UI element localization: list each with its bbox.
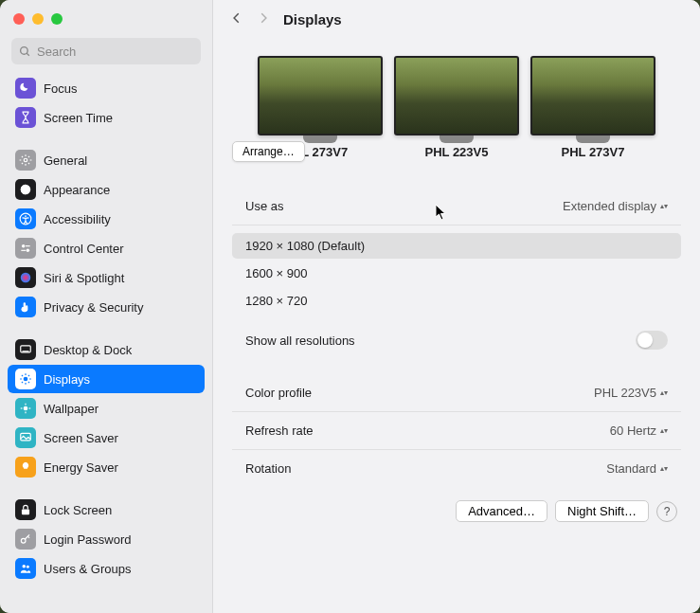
sidebar-item-displays[interactable]: Displays bbox=[8, 365, 205, 393]
use-as-value: Extended display ▴▾ bbox=[563, 199, 668, 213]
svg-point-2 bbox=[24, 158, 27, 162]
svg-line-1 bbox=[27, 53, 29, 56]
accessibility-icon bbox=[15, 208, 36, 229]
chevron-updown-icon: ▴▾ bbox=[660, 204, 668, 208]
resolution-option[interactable]: 1600 × 900 bbox=[232, 261, 681, 286]
svg-point-5 bbox=[25, 215, 27, 217]
sidebar-item-appearance[interactable]: Appearance bbox=[8, 175, 205, 204]
sidebar-item-label: Screen Saver bbox=[44, 431, 118, 445]
sidebar-item-label: Siri & Spotlight bbox=[44, 271, 124, 285]
monitor-thumbnail[interactable]: PHL 223V5 bbox=[394, 56, 519, 159]
monitor-screen-icon bbox=[394, 56, 519, 135]
header: Displays bbox=[213, 0, 700, 39]
zoom-window-button[interactable] bbox=[51, 13, 63, 25]
chevron-updown-icon: ▴▾ bbox=[660, 428, 668, 433]
hourglass-icon bbox=[15, 107, 36, 128]
svg-point-6 bbox=[22, 244, 26, 248]
sidebar-item-lock-screen[interactable]: Lock Screen bbox=[8, 496, 205, 524]
refresh-rate-label: Refresh rate bbox=[245, 424, 314, 438]
dock-icon bbox=[15, 339, 36, 360]
monitor-label: PHL 273V7 bbox=[562, 145, 625, 159]
show-all-resolutions-row: Show all resolutions bbox=[232, 319, 681, 361]
close-window-button[interactable] bbox=[13, 13, 25, 25]
sidebar-item-label: Wallpaper bbox=[44, 402, 99, 416]
appearance-icon bbox=[15, 179, 36, 200]
use-as-row[interactable]: Use as Extended display ▴▾ bbox=[232, 188, 681, 225]
show-all-resolutions-toggle[interactable] bbox=[636, 331, 668, 350]
advanced-button[interactable]: Advanced… bbox=[456, 500, 547, 522]
sidebar-item-label: Lock Screen bbox=[44, 503, 112, 517]
sidebar-item-label: General bbox=[44, 153, 87, 168]
sidebar-item-accessibility[interactable]: Accessibility bbox=[8, 205, 205, 233]
sidebar-item-label: Focus bbox=[44, 81, 77, 96]
search-placeholder: Search bbox=[37, 45, 76, 59]
sidebar-item-desktop-dock[interactable]: Desktop & Dock bbox=[8, 335, 205, 364]
siri-icon bbox=[15, 267, 36, 288]
chevron-updown-icon: ▴▾ bbox=[660, 466, 668, 471]
sidebar-nav: FocusScreen TimeGeneralAppearanceAccessi… bbox=[0, 74, 212, 613]
screensaver-icon bbox=[15, 427, 36, 448]
gear-icon bbox=[15, 150, 36, 171]
sidebar-item-label: Displays bbox=[44, 372, 90, 387]
monitor-thumbnail[interactable]: PHL 273V7 bbox=[530, 56, 655, 159]
svg-rect-12 bbox=[23, 351, 29, 352]
svg-point-10 bbox=[21, 273, 31, 283]
resolution-option[interactable]: 1920 × 1080 (Default) bbox=[232, 233, 681, 259]
resolution-list: 1920 × 1080 (Default)1600 × 9001280 × 72… bbox=[232, 225, 681, 319]
svg-point-30 bbox=[23, 565, 27, 568]
sidebar-item-focus[interactable]: Focus bbox=[8, 74, 205, 102]
main-panel: Displays Arrange… HL 273V7PHL 223V5PHL 2… bbox=[213, 0, 700, 613]
minimize-window-button[interactable] bbox=[32, 13, 44, 25]
sidebar: Search FocusScreen TimeGeneralAppearance… bbox=[0, 0, 213, 613]
sidebar-item-label: Users & Groups bbox=[44, 562, 131, 576]
brightness-icon bbox=[15, 369, 36, 389]
rotation-row[interactable]: Rotation Standard▴▾ bbox=[232, 450, 681, 487]
window-controls bbox=[0, 0, 212, 34]
sidebar-item-login-password[interactable]: Login Password bbox=[8, 525, 205, 553]
night-shift-button[interactable]: Night Shift… bbox=[555, 500, 649, 522]
settings-block-use-as: Use as Extended display ▴▾ 1920 × 1080 (… bbox=[232, 188, 681, 361]
resolution-option[interactable]: 1280 × 720 bbox=[232, 288, 681, 314]
search-input[interactable]: Search bbox=[11, 38, 201, 64]
wallpaper-icon bbox=[15, 398, 36, 419]
svg-point-13 bbox=[24, 377, 28, 382]
color-profile-label: Color profile bbox=[245, 386, 312, 400]
sidebar-item-screen-saver[interactable]: Screen Saver bbox=[8, 424, 205, 452]
sidebar-item-label: Energy Saver bbox=[44, 460, 118, 475]
sidebar-item-label: Screen Time bbox=[44, 111, 113, 125]
help-button[interactable]: ? bbox=[656, 501, 677, 522]
settings-window: Search FocusScreen TimeGeneralAppearance… bbox=[0, 0, 700, 613]
moon-icon bbox=[15, 78, 36, 99]
sidebar-item-control-center[interactable]: Control Center bbox=[8, 234, 205, 262]
color-profile-row[interactable]: Color profile PHL 223V5▴▾ bbox=[232, 374, 681, 412]
content: Arrange… HL 273V7PHL 223V5PHL 273V7 Use … bbox=[213, 39, 700, 613]
svg-line-20 bbox=[22, 382, 23, 383]
sidebar-item-energy-saver[interactable]: Energy Saver bbox=[8, 453, 205, 481]
settings-block-display-props: Color profile PHL 223V5▴▾ Refresh rate 6… bbox=[232, 374, 681, 487]
svg-line-19 bbox=[28, 382, 29, 383]
svg-point-8 bbox=[27, 249, 29, 253]
back-button[interactable] bbox=[230, 11, 243, 27]
svg-rect-28 bbox=[22, 509, 29, 514]
monitor-screen-icon bbox=[530, 56, 655, 135]
refresh-rate-row[interactable]: Refresh rate 60 Hertz▴▾ bbox=[232, 412, 681, 450]
forward-button[interactable] bbox=[257, 11, 270, 27]
sidebar-item-label: Desktop & Dock bbox=[44, 343, 132, 357]
chevron-updown-icon: ▴▾ bbox=[660, 390, 668, 395]
monitor-screen-icon bbox=[258, 56, 383, 135]
sidebar-item-general[interactable]: General bbox=[8, 146, 205, 174]
show-all-resolutions-label: Show all resolutions bbox=[245, 334, 355, 348]
arrange-button[interactable]: Arrange… bbox=[232, 141, 305, 162]
sidebar-item-label: Privacy & Security bbox=[44, 300, 143, 315]
rotation-label: Rotation bbox=[245, 461, 291, 476]
sidebar-item-siri-spotlight[interactable]: Siri & Spotlight bbox=[8, 263, 205, 292]
sidebar-item-privacy-security[interactable]: Privacy & Security bbox=[8, 293, 205, 321]
key-icon bbox=[15, 529, 36, 550]
svg-line-21 bbox=[28, 375, 29, 376]
sidebar-item-screen-time[interactable]: Screen Time bbox=[8, 103, 205, 132]
sidebar-item-label: Login Password bbox=[44, 532, 132, 547]
sidebar-item-wallpaper[interactable]: Wallpaper bbox=[8, 394, 205, 423]
sidebar-item-users-groups[interactable]: Users & Groups bbox=[8, 554, 205, 583]
lock-icon bbox=[15, 499, 36, 520]
use-as-label: Use as bbox=[245, 199, 283, 213]
